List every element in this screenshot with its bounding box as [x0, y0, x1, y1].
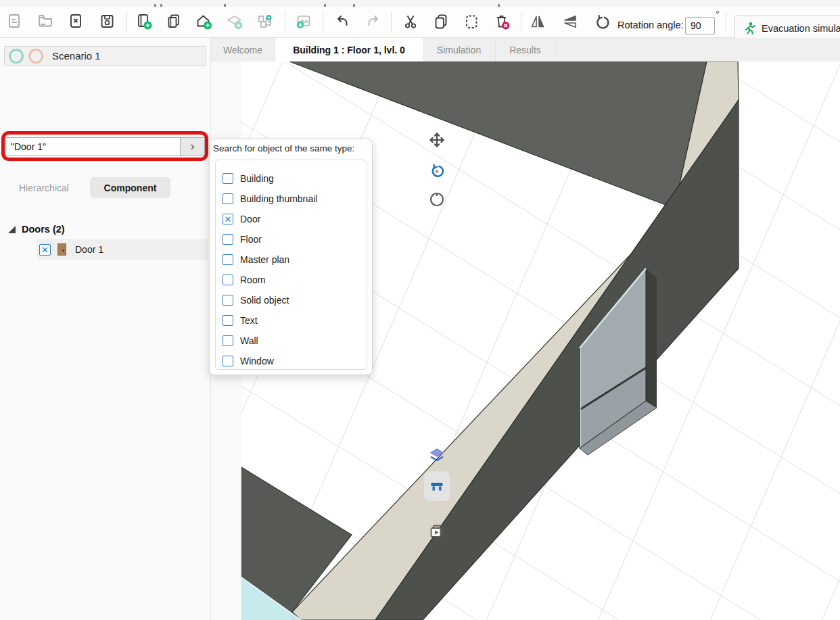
tab-building-floor[interactable]: Building 1 : Floor 1, lvl. 0	[275, 38, 423, 62]
tree-item-door-1[interactable]: Door 1	[37, 239, 208, 260]
delete-icon	[493, 13, 511, 31]
scenario-item[interactable]: Scenario 1	[4, 46, 206, 66]
popup-option-wall[interactable]: Wall	[223, 331, 358, 351]
popup-option-building[interactable]: Building	[223, 168, 358, 189]
flip-vertical-button[interactable]	[559, 10, 582, 33]
save-button[interactable]	[96, 10, 119, 33]
checkbox[interactable]	[223, 193, 233, 204]
duplicate-scenario-button[interactable]	[162, 10, 185, 33]
paste-icon	[463, 13, 481, 31]
popup-title: Search for object of the same type:	[213, 143, 354, 153]
layers-icon	[431, 449, 443, 460]
flip-horizontal-button[interactable]	[526, 10, 549, 33]
tab-welcome[interactable]: Welcome	[211, 38, 275, 62]
rotate-button[interactable]	[590, 10, 613, 33]
close-file-icon	[68, 13, 85, 30]
toolbar-separator	[726, 11, 726, 32]
add-building-button[interactable]	[192, 10, 215, 33]
building-map-icon	[256, 13, 275, 31]
rotation-angle-label: Rotation angle:	[617, 15, 684, 35]
vertex-tool-button[interactable]	[428, 190, 446, 208]
toolbar-separator	[521, 11, 521, 32]
evacuation-simulation-button[interactable]: Evacuation simula	[734, 16, 840, 41]
checkbox[interactable]	[223, 214, 233, 224]
copy-icon	[432, 13, 450, 31]
tool-strip-divider	[427, 509, 446, 510]
checkbox[interactable]	[223, 295, 233, 306]
checkbox[interactable]	[223, 315, 233, 326]
rotate-tool-button[interactable]	[428, 162, 446, 179]
tab-results[interactable]: Results	[496, 38, 555, 62]
popup-option-window[interactable]: Window	[223, 351, 358, 371]
paste-button[interactable]	[460, 10, 483, 33]
presentation-tool-button[interactable]	[428, 523, 446, 540]
tab-component[interactable]: Component	[90, 177, 170, 198]
running-person-icon	[743, 22, 756, 35]
scenario-status-circle-green	[9, 49, 24, 64]
undo-button[interactable]	[331, 10, 354, 33]
new-file-button[interactable]	[3, 10, 26, 33]
redo-button[interactable]	[361, 10, 384, 33]
popup-option-building-thumbnail[interactable]: Building thumbnail	[223, 189, 358, 209]
move-icon	[431, 134, 444, 147]
vertex-circle-icon	[431, 193, 443, 206]
tab-hierarchical[interactable]: Hierarchical	[8, 177, 80, 198]
toolbar-separator	[323, 11, 323, 32]
delete-button[interactable]	[490, 10, 513, 33]
cut-button[interactable]	[399, 10, 422, 33]
checkbox[interactable]	[223, 356, 233, 366]
popup-option-door[interactable]: Door	[223, 209, 358, 229]
layers-tool-button[interactable]	[428, 447, 446, 464]
new-file-icon	[6, 13, 24, 30]
popup-option-text[interactable]: Text	[223, 310, 358, 331]
open-folder-icon	[37, 13, 54, 30]
tree-expand-icon[interactable]	[8, 226, 16, 233]
tab-simulation[interactable]: Simulation	[423, 38, 496, 62]
tree-group-label: Doors (2)	[22, 224, 65, 235]
door-reveal-face	[646, 268, 657, 408]
toolbar-separator	[285, 11, 285, 32]
toolbar-separator	[126, 11, 127, 32]
add-floor-button[interactable]	[223, 10, 246, 33]
copy-button[interactable]	[429, 10, 452, 33]
rotation-angle-input[interactable]	[685, 17, 715, 34]
presentation-icon	[431, 526, 443, 538]
measure-table-icon	[428, 477, 446, 495]
add-scenario-button[interactable]	[133, 10, 156, 33]
tree-item-label: Door 1	[75, 244, 103, 255]
import-image-icon	[295, 13, 313, 31]
checkbox[interactable]	[223, 254, 233, 265]
popup-option-solid-object[interactable]: Solid object	[223, 290, 358, 310]
scenario-label: Scenario 1	[52, 50, 101, 62]
evacuation-button-label: Evacuation simula	[762, 23, 840, 34]
checkbox[interactable]	[223, 173, 233, 184]
move-tool-button[interactable]	[428, 131, 446, 149]
checkbox[interactable]	[223, 275, 233, 285]
duplicate-scenario-icon	[165, 13, 183, 30]
checkbox[interactable]	[223, 234, 233, 245]
main-toolbar: Rotation angle: ° Evacuation simula	[0, 7, 840, 38]
add-building-icon	[195, 13, 213, 31]
scenario-panel: Scenario 1 › Hierarchical Component Door…	[0, 38, 211, 620]
import-image-button[interactable]	[292, 10, 315, 33]
popup-option-master-plan[interactable]: Master plan	[223, 249, 358, 270]
add-scenario-icon	[135, 13, 154, 31]
flip-vertical-icon	[561, 13, 580, 31]
close-file-button[interactable]	[65, 10, 88, 33]
popup-option-floor[interactable]: Floor	[223, 229, 358, 249]
menu-strip	[0, 0, 840, 7]
document-tab-bar: Welcome Building 1 : Floor 1, lvl. 0 Sim…	[211, 38, 840, 62]
annotation-highlight-box	[1, 131, 208, 161]
save-icon	[99, 13, 116, 30]
open-folder-button[interactable]	[34, 10, 57, 33]
popup-option-room[interactable]: Room	[223, 270, 358, 290]
checkbox[interactable]	[223, 335, 233, 346]
undo-icon	[333, 13, 352, 31]
door-visibility-checkbox[interactable]	[39, 244, 51, 256]
building-map-button[interactable]	[254, 10, 277, 33]
add-floor-icon	[226, 13, 244, 31]
degree-symbol: °	[716, 8, 720, 20]
redo-icon	[364, 13, 382, 31]
toolbar-separator	[391, 11, 392, 32]
tree-group-doors[interactable]: Doors (2)	[8, 224, 65, 235]
